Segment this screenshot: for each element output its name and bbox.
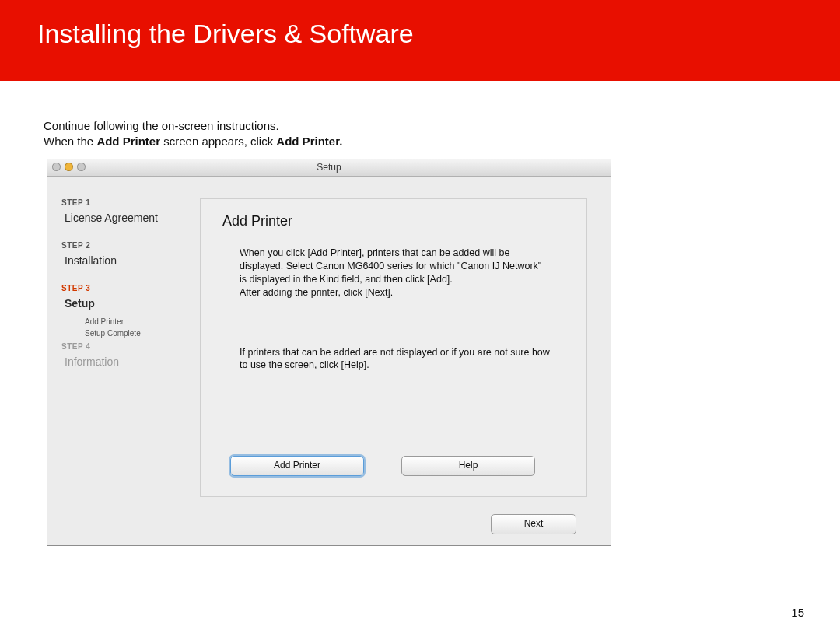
step3-label: STEP 3 [61, 284, 200, 292]
page-title: Installing the Drivers & Software [37, 19, 840, 49]
step3-substeps: Add Printer Setup Complete [85, 317, 200, 338]
banner: Installing the Drivers & Software [0, 0, 840, 81]
help-button[interactable]: Help [401, 456, 535, 476]
sidebar: STEP 1 License Agreement STEP 2 Installa… [47, 177, 200, 545]
window-title: Setup [317, 162, 341, 173]
setup-window: Setup STEP 1 License Agreement STEP 2 In… [47, 159, 611, 546]
content-para-2: If printers that can be added are not di… [240, 346, 551, 373]
next-button[interactable]: Next [491, 514, 576, 534]
main-panel: Add Printer When you click [Add Printer]… [200, 177, 611, 545]
instructions: Continue following the on-screen instruc… [0, 81, 840, 150]
close-icon[interactable] [52, 163, 61, 171]
content-heading: Add Printer [222, 213, 565, 229]
step2-item: Installation [65, 254, 200, 267]
step3-item: Setup [65, 297, 200, 310]
instruction-line-2: When the Add Printer screen appears, cli… [44, 134, 840, 149]
step2-label: STEP 2 [61, 241, 200, 250]
add-printer-button[interactable]: Add Printer [230, 456, 364, 476]
substep-add-printer: Add Printer [85, 317, 200, 326]
step1-item: License Agreement [65, 212, 200, 224]
step4-label: STEP 4 [61, 342, 200, 351]
zoom-icon[interactable] [77, 163, 86, 171]
content-box: Add Printer When you click [Add Printer]… [200, 198, 587, 497]
page-number: 15 [791, 606, 804, 619]
content-para-1: When you click [Add Printer], printers t… [240, 247, 551, 299]
step1-label: STEP 1 [61, 198, 200, 207]
traffic-lights [52, 163, 86, 171]
step4-item: Information [65, 355, 200, 368]
window-titlebar: Setup [47, 159, 611, 177]
instruction-line-1: Continue following the on-screen instruc… [44, 118, 840, 134]
button-row: Add Printer Help [230, 456, 535, 476]
substep-setup-complete: Setup Complete [85, 329, 200, 338]
minimize-icon[interactable] [65, 163, 73, 171]
